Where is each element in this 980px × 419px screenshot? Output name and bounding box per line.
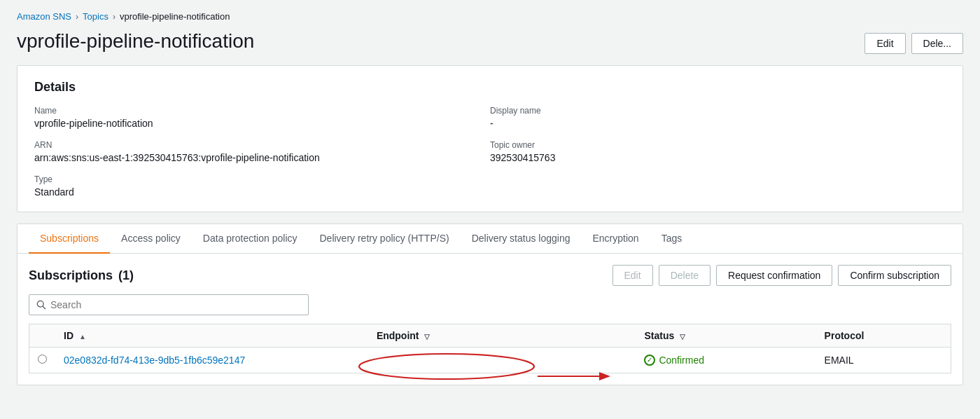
tab-delivery-status-logging[interactable]: Delivery status logging [461, 224, 582, 254]
col-radio [29, 324, 56, 348]
id-sort-icon[interactable]: ▲ [79, 333, 86, 341]
subscriptions-edit-button[interactable]: Edit [612, 265, 653, 286]
subscriptions-table: ID ▲ Endpoint ▽ Status ▽ Protocol [29, 324, 951, 373]
row-status: ✓ Confirmed [636, 348, 816, 373]
detail-topic-owner-value: 392530415763 [490, 152, 946, 163]
detail-arn: ARN arn:aws:sns:us-east-1:392530415763:v… [34, 140, 490, 163]
subscriptions-panel: Subscriptions (1) Edit Delete Request co… [18, 254, 962, 385]
row-id: 02e0832d-fd74-413e-9db5-1fb6c59e2147 [55, 348, 368, 373]
check-mark: ✓ [647, 357, 652, 364]
svg-line-1 [43, 306, 46, 309]
status-sort-icon[interactable]: ▽ [680, 333, 685, 341]
edit-button[interactable]: Edit [864, 33, 905, 54]
row-radio-input[interactable] [38, 355, 47, 364]
detail-topic-owner: Topic owner 392530415763 [490, 140, 946, 163]
breadcrumb-sep-2: › [113, 12, 115, 22]
details-title: Details [34, 80, 946, 95]
detail-arn-label: ARN [34, 140, 490, 150]
tabs-container: Subscriptions Access policy Data protect… [17, 224, 963, 385]
search-bar [29, 294, 309, 315]
tab-delivery-retry-policy[interactable]: Delivery retry policy (HTTP/S) [309, 224, 461, 254]
detail-display-name-label: Display name [490, 106, 946, 116]
tabs-nav: Subscriptions Access policy Data protect… [18, 224, 962, 254]
detail-arn-value: arn:aws:sns:us-east-1:392530415763:vprof… [34, 152, 490, 163]
subscriptions-title: Subscriptions (1) [29, 268, 134, 283]
col-status-header: Status ▽ [636, 324, 816, 348]
subscription-id-link[interactable]: 02e0832d-fd74-413e-9db5-1fb6c59e2147 [64, 355, 245, 366]
detail-display-name-value: - [490, 118, 946, 129]
arrow-annotation [538, 366, 622, 387]
table-header-row: ID ▲ Endpoint ▽ Status ▽ Protocol [29, 324, 951, 348]
detail-name-label: Name [34, 106, 490, 116]
detail-display-name: Display name - [490, 106, 946, 129]
col-endpoint-header: Endpoint ▽ [368, 324, 636, 348]
tab-data-protection-policy[interactable]: Data protection policy [192, 224, 309, 254]
row-endpoint [368, 348, 636, 373]
status-confirmed-badge: ✓ Confirmed [644, 355, 807, 366]
request-confirmation-button[interactable]: Request confirmation [716, 265, 832, 286]
status-label: Confirmed [659, 355, 704, 366]
confirm-subscription-button[interactable]: Confirm subscription [838, 265, 951, 286]
search-input[interactable] [50, 299, 301, 310]
tab-subscriptions[interactable]: Subscriptions [29, 224, 110, 254]
subscriptions-header: Subscriptions (1) Edit Delete Request co… [29, 265, 951, 286]
page-header: vprofile-pipeline-notification Edit Dele… [17, 30, 963, 54]
details-card: Details Name vprofile-pipeline-notificat… [17, 65, 963, 212]
row-radio[interactable] [29, 348, 56, 373]
tab-access-policy[interactable]: Access policy [110, 224, 192, 254]
detail-type: Type Standard [34, 174, 490, 198]
endpoint-sort-icon[interactable]: ▽ [424, 333, 430, 341]
detail-name-value: vprofile-pipeline-notification [34, 118, 490, 129]
svg-point-2 [359, 354, 534, 379]
breadcrumb: Amazon SNS › Topics › vprofile-pipeline-… [17, 11, 963, 22]
detail-type-label: Type [34, 174, 490, 184]
breadcrumb-current: vprofile-pipeline-notification [120, 11, 230, 22]
breadcrumb-amazon-sns[interactable]: Amazon SNS [17, 11, 71, 22]
search-icon [36, 300, 46, 310]
col-protocol-header: Protocol [816, 324, 951, 348]
red-oval-annotation [356, 350, 538, 383]
tab-tags[interactable]: Tags [650, 224, 694, 254]
tab-encryption[interactable]: Encryption [582, 224, 650, 254]
delete-button[interactable]: Dele... [911, 33, 963, 54]
detail-name: Name vprofile-pipeline-notification [34, 106, 490, 129]
details-grid: Name vprofile-pipeline-notification Disp… [34, 106, 946, 198]
breadcrumb-sep-1: › [76, 12, 78, 22]
subscriptions-actions: Edit Delete Request confirmation Confirm… [612, 265, 952, 286]
check-circle-icon: ✓ [644, 355, 655, 366]
page-title: vprofile-pipeline-notification [17, 30, 254, 53]
header-actions: Edit Dele... [864, 30, 963, 54]
col-id-header: ID ▲ [55, 324, 368, 348]
table-row: 02e0832d-fd74-413e-9db5-1fb6c59e2147 [29, 348, 951, 373]
row-protocol: EMAIL [816, 348, 951, 373]
breadcrumb-topics[interactable]: Topics [83, 11, 108, 22]
detail-topic-owner-label: Topic owner [490, 140, 946, 150]
subscriptions-delete-button[interactable]: Delete [659, 265, 710, 286]
detail-type-value: Standard [34, 186, 490, 198]
